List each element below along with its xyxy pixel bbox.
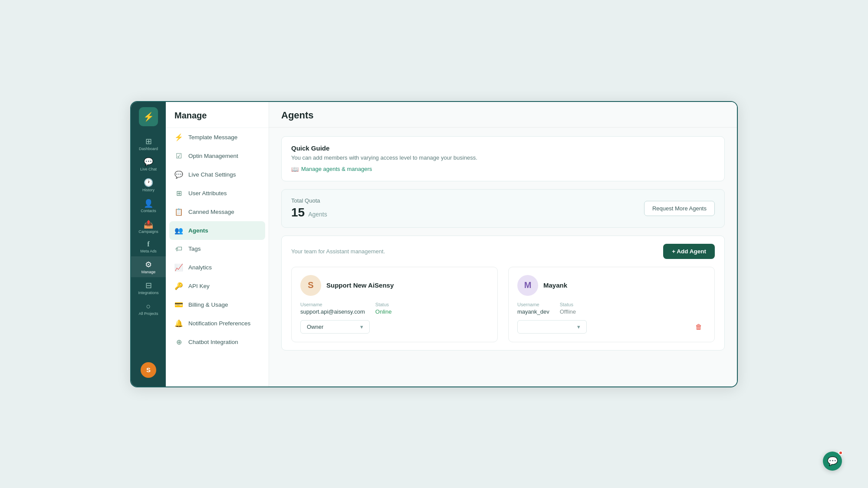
sidebar-label-canned-message: Canned Message xyxy=(188,209,234,215)
nav-item-livechat[interactable]: 💬 Live Chat xyxy=(131,154,166,174)
nav-item-meta-ads[interactable]: f Meta Ads xyxy=(131,236,166,256)
app-frame: ⚡ ⊞ Dashboard 💬 Live Chat 🕐 History 👤 Co… xyxy=(130,101,738,387)
quota-label: Total Quota xyxy=(291,197,327,204)
nav-item-history[interactable]: 🕐 History xyxy=(131,174,166,195)
sidebar-item-canned-message[interactable]: 📋 Canned Message xyxy=(166,203,269,221)
sidebar-item-notification-preferences[interactable]: 🔔 Notification Preferences xyxy=(166,314,269,333)
app-logo: ⚡ xyxy=(139,107,158,126)
sidebar-item-agents[interactable]: 👥 Agents xyxy=(169,221,265,240)
chevron-down-icon-1: ▾ xyxy=(360,324,363,330)
page-title: Agents xyxy=(281,110,725,121)
sidebar-item-user-attributes[interactable]: ⊞ User Attributes xyxy=(166,184,269,203)
livechat-icon: 💬 xyxy=(144,158,153,166)
icon-sidebar: ⚡ ⊞ Dashboard 💬 Live Chat 🕐 History 👤 Co… xyxy=(131,102,166,386)
agent-name-2: Mayank xyxy=(543,282,567,289)
sidebar-item-template-message[interactable]: ⚡ Template Message xyxy=(166,128,269,147)
nav-label-campaigns: Campaigns xyxy=(138,229,158,234)
agent-avatar-2: M xyxy=(517,275,538,296)
page-header: Agents xyxy=(269,102,737,128)
agent-fields-2: Username mayank_dev Status Offline xyxy=(517,302,706,315)
username-label-1: Username xyxy=(300,302,365,307)
sidebar-label-notification-preferences: Notification Preferences xyxy=(188,320,250,327)
nav-item-dashboard[interactable]: ⊞ Dashboard xyxy=(131,133,166,154)
contacts-icon: 👤 xyxy=(144,200,153,207)
all-projects-icon: ○ xyxy=(146,302,151,310)
tags-icon: 🏷 xyxy=(174,245,183,253)
role-select-2[interactable]: ▾ xyxy=(517,320,587,334)
user-avatar[interactable]: S xyxy=(141,362,156,378)
agent-header-1: S Support New AiSensy xyxy=(300,275,489,296)
sidebar-item-live-chat-settings[interactable]: 💬 Live Chat Settings xyxy=(166,165,269,184)
agent-footer-2: ▾ 🗑 xyxy=(517,320,706,334)
username-label-2: Username xyxy=(517,302,549,307)
chatbot-integration-icon: ⊕ xyxy=(174,338,183,346)
live-chat-settings-icon: 💬 xyxy=(174,170,183,179)
optin-management-icon: ☑ xyxy=(174,152,183,160)
quota-value: 15 Agents xyxy=(291,206,327,219)
role-select-1[interactable]: Owner ▾ xyxy=(300,320,370,334)
sidebar-label-tags: Tags xyxy=(188,246,201,252)
analytics-icon: 📈 xyxy=(174,263,183,272)
agents-area: Your team for Assistant management. + Ad… xyxy=(281,236,725,350)
sidebar-item-billing-usage[interactable]: 💳 Billing & Usage xyxy=(166,295,269,314)
nav-item-integrations[interactable]: ⊟ Integrations xyxy=(131,277,166,298)
nav-item-all-projects[interactable]: ○ All Projects xyxy=(131,298,166,319)
username-value-1: support.api@aisensy.com xyxy=(300,308,365,315)
billing-usage-icon: 💳 xyxy=(174,301,183,309)
quick-guide-link-text: Manage agents & managers xyxy=(301,166,372,172)
nav-label-dashboard: Dashboard xyxy=(139,147,158,151)
chat-badge xyxy=(838,451,843,455)
agent-header-2: M Mayank xyxy=(517,275,706,296)
user-attributes-icon: ⊞ xyxy=(174,189,183,197)
main-content: Agents Quick Guide You can add members w… xyxy=(269,102,737,386)
sidebar-label-template-message: Template Message xyxy=(188,134,237,141)
sidebar-item-tags[interactable]: 🏷 Tags xyxy=(166,240,269,258)
request-more-agents-button[interactable]: Request More Agents xyxy=(644,201,715,216)
status-label-2: Status xyxy=(560,302,576,307)
agent-card-2: M Mayank Username mayank_dev Status Offl… xyxy=(508,267,715,342)
sidebar-item-api-key[interactable]: 🔑 API Key xyxy=(166,277,269,295)
sidebar-label-live-chat-settings: Live Chat Settings xyxy=(188,171,236,178)
agents-grid: S Support New AiSensy Username support.a… xyxy=(291,267,715,342)
quota-card: Total Quota 15 Agents Request More Agent… xyxy=(281,189,725,228)
status-value-2: Offline xyxy=(560,308,576,315)
chat-widget-container: 💬 xyxy=(823,452,842,471)
agents-header: Your team for Assistant management. + Ad… xyxy=(291,244,715,259)
nav-item-campaigns[interactable]: 📤 Campaigns xyxy=(131,216,166,237)
quota-number: 15 xyxy=(291,206,305,219)
meta-ads-icon: f xyxy=(147,241,149,248)
api-key-icon: 🔑 xyxy=(174,282,183,290)
agents-description: Your team for Assistant management. xyxy=(291,248,385,255)
username-value-2: mayank_dev xyxy=(517,308,549,315)
manage-title: Manage xyxy=(166,102,269,128)
quick-guide-link[interactable]: 📖 Manage agents & managers xyxy=(291,166,372,173)
template-message-icon: ⚡ xyxy=(174,133,183,141)
role-value-1: Owner xyxy=(307,324,323,330)
delete-agent-button-2[interactable]: 🗑 xyxy=(692,320,706,334)
agent-avatar-1: S xyxy=(300,275,321,296)
sidebar-item-optin-management[interactable]: ☑ Optin Management xyxy=(166,147,269,165)
chat-widget[interactable]: 💬 xyxy=(823,452,842,471)
nav-label-integrations: Integrations xyxy=(138,291,158,295)
sidebar-label-agents: Agents xyxy=(188,227,208,234)
sidebar-label-chatbot-integration: Chatbot Integration xyxy=(188,339,238,345)
quick-guide-description: You can add members with varying access … xyxy=(291,154,715,161)
agent-footer-1: Owner ▾ xyxy=(300,320,489,334)
add-agent-button[interactable]: + Add Agent xyxy=(663,244,715,259)
nav-label-meta-ads: Meta Ads xyxy=(140,249,157,254)
quick-guide-card: Quick Guide You can add members with var… xyxy=(281,136,725,181)
agent-username-field-2: Username mayank_dev xyxy=(517,302,549,315)
nav-label-manage: Manage xyxy=(141,270,156,275)
agent-status-field-2: Status Offline xyxy=(560,302,576,315)
integrations-icon: ⊟ xyxy=(145,282,152,289)
agent-card-1: S Support New AiSensy Username support.a… xyxy=(291,267,498,342)
nav-label-contacts: Contacts xyxy=(141,209,156,213)
notification-preferences-icon: 🔔 xyxy=(174,319,183,328)
nav-item-manage[interactable]: ⚙ Manage xyxy=(131,256,166,277)
nav-label-all-projects: All Projects xyxy=(138,311,158,316)
sidebar-label-billing-usage: Billing & Usage xyxy=(188,301,228,308)
nav-item-contacts[interactable]: 👤 Contacts xyxy=(131,195,166,216)
role-value-2 xyxy=(524,324,526,330)
sidebar-item-chatbot-integration[interactable]: ⊕ Chatbot Integration xyxy=(166,333,269,351)
sidebar-item-analytics[interactable]: 📈 Analytics xyxy=(166,258,269,277)
